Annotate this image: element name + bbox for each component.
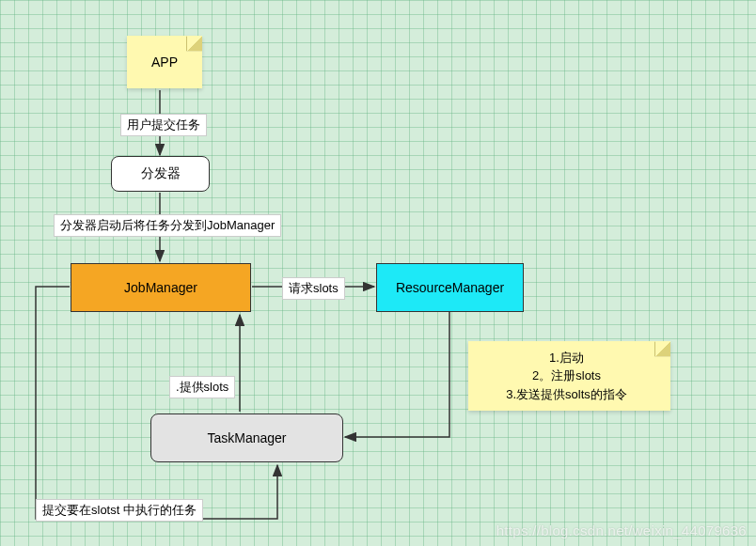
node-app-label: APP — [151, 55, 178, 70]
label-user-submit: 用户提交任务 — [120, 114, 207, 136]
note-line-3: 3.发送提供solts的指令 — [478, 385, 655, 404]
node-task-manager-label: TaskManager — [207, 430, 286, 445]
node-task-manager: TaskManager — [150, 413, 343, 462]
label-provide-slots: .提供slots — [169, 376, 235, 398]
note-text: 1.启动 2。注册slots 3.发送提供solts的指令 — [468, 341, 670, 412]
node-resource-manager: ResourceManager — [376, 263, 524, 312]
note-line-2: 2。注册slots — [478, 367, 655, 385]
node-dispatcher: 分发器 — [111, 156, 210, 192]
label-dispatcher-start: 分发器启动后将任务分发到JobManager — [54, 214, 281, 237]
label-submit-slot-task: 提交要在slotst 中执行的任务 — [36, 499, 203, 522]
label-request-slots: 请求slots — [282, 277, 345, 300]
note-sticky: 1.启动 2。注册slots 3.发送提供solts的指令 — [468, 341, 670, 411]
node-app: APP — [127, 36, 202, 88]
note-line-1: 1.启动 — [478, 349, 655, 367]
watermark: https://blog.csdn.net/weixin_44079636 — [496, 523, 747, 538]
node-resource-manager-label: ResourceManager — [396, 280, 504, 295]
node-dispatcher-label: 分发器 — [141, 165, 181, 182]
node-job-manager: JobManager — [71, 263, 251, 312]
node-job-manager-label: JobManager — [124, 280, 197, 295]
